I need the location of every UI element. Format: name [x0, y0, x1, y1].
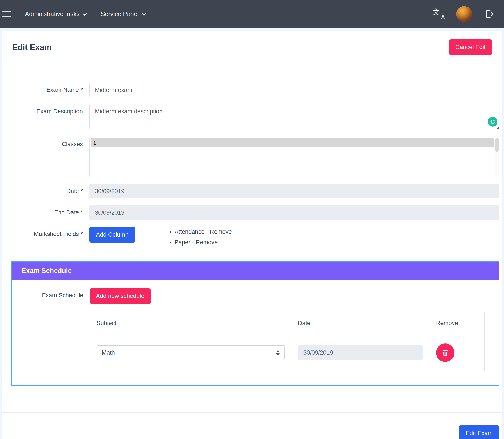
logout-icon[interactable] [484, 9, 494, 19]
remove-schedule-button[interactable] [436, 343, 455, 362]
add-column-button[interactable]: Add Column [89, 227, 135, 243]
hamburger-menu-icon[interactable] [2, 9, 12, 19]
edit-exam-submit-button[interactable]: Edit Exam [459, 426, 499, 439]
card-header: Edit Exam Cancel Edit [2, 31, 502, 64]
exam-schedule-panel-title: Exam Schedule [12, 262, 499, 280]
schedule-table-row: Math [90, 335, 485, 371]
exam-name-label: Exam Name * [2, 83, 89, 93]
end-date-input[interactable] [89, 206, 499, 220]
top-navbar: Administrative tasks Service Panel 文 A [0, 0, 504, 28]
exam-schedule-panel-body: Exam Schedule Add new schedule Subject D… [12, 280, 499, 385]
subject-select-value: Math [102, 349, 115, 356]
schedule-table: Subject Date Remove Math [90, 312, 485, 371]
classes-option-selected[interactable]: 1 [90, 138, 494, 147]
grammarly-icon[interactable]: G [488, 117, 497, 127]
nav-service-panel[interactable]: Service Panel [101, 11, 146, 18]
chevron-down-icon [82, 13, 87, 16]
marksheet-fields-row: Marksheet Fields * Add Column Attendance… [2, 227, 499, 248]
classes-multiselect[interactable]: 1 [89, 137, 499, 177]
marksheet-field-item[interactable]: Attendance - Remove [175, 227, 232, 236]
exam-name-input[interactable] [89, 83, 499, 97]
select-arrows-icon [276, 350, 280, 355]
classes-row: Classes 1 [2, 137, 499, 177]
date-column-header: Date [291, 312, 429, 335]
edit-exam-card: Edit Exam Cancel Edit Exam Name * Exam D… [2, 31, 502, 439]
cancel-edit-button[interactable]: Cancel Edit [449, 39, 492, 55]
add-new-schedule-button[interactable]: Add new schedule [90, 288, 150, 304]
marksheet-fields-label: Marksheet Fields * [2, 227, 89, 237]
date-label: Date * [2, 184, 89, 195]
remove-column-header: Remove [429, 312, 484, 335]
date-input[interactable] [89, 184, 499, 198]
end-date-row: End Date * [2, 206, 499, 220]
date-row: Date * [2, 184, 499, 198]
trash-icon [441, 349, 449, 357]
page-background: Edit Exam Cancel Edit Exam Name * Exam D… [0, 28, 504, 439]
user-avatar[interactable] [456, 6, 472, 22]
schedule-table-header-row: Subject Date Remove [90, 312, 485, 335]
listbox-scrollbar-thumb[interactable] [495, 138, 499, 152]
exam-schedule-panel: Exam Schedule Exam Schedule Add new sche… [12, 261, 499, 386]
chevron-down-icon [142, 13, 146, 16]
subject-select[interactable]: Math [97, 345, 285, 360]
translate-icon[interactable]: 文 A [432, 8, 444, 20]
schedule-date-input[interactable] [298, 345, 423, 360]
exam-name-row: Exam Name * [2, 83, 499, 97]
exam-form: Exam Name * Exam Description Midterm exa… [2, 64, 502, 248]
classes-label: Classes [2, 137, 89, 148]
listbox-scrollbar[interactable] [495, 138, 499, 176]
exam-description-label: Exam Description [2, 104, 89, 115]
marksheet-field-item[interactable]: Paper - Remove [175, 238, 232, 247]
exam-schedule-row-label: Exam Schedule [12, 288, 90, 299]
exam-description-row: Exam Description Midterm exam descriptio… [2, 104, 499, 130]
card-footer: Edit Exam [2, 413, 502, 439]
marksheet-fields-list: Attendance - Remove Paper - Remove [135, 227, 232, 248]
end-date-label: End Date * [2, 206, 89, 216]
nav-administrative-tasks[interactable]: Administrative tasks [25, 11, 87, 18]
exam-description-textarea[interactable]: Midterm exam description [89, 104, 499, 129]
subject-column-header: Subject [90, 312, 291, 335]
nav-item-label: Administrative tasks [25, 11, 80, 18]
nav-item-label: Service Panel [101, 11, 139, 18]
page-title: Edit Exam [12, 43, 51, 52]
